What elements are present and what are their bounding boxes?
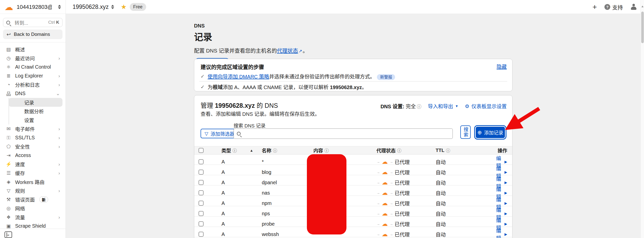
record-ttl: 自动 <box>431 220 491 228</box>
row-checkbox[interactable] <box>199 159 204 164</box>
row-checkbox[interactable] <box>199 180 204 185</box>
sidebar-item[interactable]: ⇥ Access <box>3 151 62 160</box>
dmarc-wizard-link[interactable]: 使用向导添加 DMARC 策略 <box>208 74 269 80</box>
column-header-proxy-status[interactable]: 代理状态ⓘ <box>371 147 431 154</box>
proxy-arrow-icon: → <box>390 180 393 184</box>
sidebar-item-label: 错误页面 <box>15 196 35 203</box>
sidebar-item[interactable]: ◔ 分析和日志 › <box>3 80 62 89</box>
cache-icon: ☰ <box>6 170 12 176</box>
sidebar-item[interactable]: ⚿ SSL/TLS › <box>3 133 62 142</box>
record-ttl: 自动 <box>431 158 491 166</box>
sidebar-item[interactable]: 记录 <box>9 98 62 107</box>
sidebar-item-label: 设置 <box>24 116 34 124</box>
sidebar-search-placeholder: 转到... <box>15 19 28 26</box>
log-explorer-icon: ≣ <box>6 73 12 79</box>
dns-record-row: A * → ☁ → 已代理 自动 编辑▶ <box>194 154 512 165</box>
zone-name: 19950628.xyz <box>73 4 109 10</box>
sidebar-item-label: 数据分析 <box>24 108 44 115</box>
profile-icon[interactable] <box>630 4 637 10</box>
sidebar-item[interactable]: 设置 <box>9 116 62 124</box>
select-all-checkbox[interactable] <box>199 148 204 153</box>
edit-arrow-icon: ▶ <box>504 211 507 216</box>
info-icon: ⓘ <box>397 147 401 153</box>
sidebar-item[interactable]: ◈ Workers 路由 <box>3 177 62 186</box>
sidebar-item[interactable]: ☰ 缓存 › <box>3 169 62 177</box>
row-checkbox[interactable] <box>199 201 204 206</box>
proxy-status-cell: → ☁ → 已代理 <box>371 179 431 186</box>
row-checkbox[interactable] <box>199 221 204 226</box>
support-menu[interactable]: ? 支持 <box>604 3 623 11</box>
scrollbar-thumb[interactable] <box>641 12 644 43</box>
proxied-cloud-icon: ☁ <box>382 221 388 227</box>
collapse-sidebar-button[interactable]: « <box>5 231 12 238</box>
hide-suggestions-link[interactable]: 隐藏 <box>497 63 507 70</box>
sidebar-item[interactable]: ⚒ 错误页面 新 <box>3 195 62 204</box>
favorite-star-icon[interactable]: ★ <box>121 3 126 11</box>
record-name: nas <box>257 190 308 196</box>
sidebar-item[interactable]: ❖ 流量 › <box>3 213 62 222</box>
record-name: blog <box>257 169 308 175</box>
account-select-caret-icon <box>58 5 61 9</box>
analytics-icon: ◔ <box>6 82 12 88</box>
proxy-status-label: 已代理 <box>395 158 410 166</box>
proxy-status-link[interactable]: 代理状态 <box>277 48 298 54</box>
proxy-arrow-icon: → <box>390 211 393 216</box>
sidebar-item[interactable]: ◷ 最近访问 › <box>3 54 62 63</box>
sidebar-search-input[interactable]: 转到... Ctrl K <box>3 18 62 27</box>
proxy-status-label: 已代理 <box>395 210 410 217</box>
sidebar-item[interactable]: ✉ 电子邮件 › <box>3 124 62 133</box>
proxy-status-label: 已代理 <box>395 220 410 228</box>
sidebar-item[interactable]: ▽ 规则 › <box>3 186 62 195</box>
column-header-ttl[interactable]: TTLⓘ <box>431 147 491 153</box>
sidebar-item-label: 记录 <box>24 99 34 106</box>
sidebar-item[interactable]: ⬠ 安全性 › <box>3 142 62 151</box>
column-header-content[interactable]: 内容ⓘ <box>308 147 371 154</box>
row-checkbox[interactable] <box>199 190 204 195</box>
sidebar-footer-divider <box>0 229 66 229</box>
sidebar-item[interactable]: ⚛ AI Crawl Control <box>3 63 62 71</box>
import-export-dropdown[interactable]: 导入和导出▼ <box>428 102 458 110</box>
network-icon: ◎ <box>6 205 12 211</box>
row-checkbox[interactable] <box>199 211 204 216</box>
edit-record-button[interactable]: 编辑▶ <box>496 227 507 238</box>
row-checkbox[interactable] <box>199 170 204 175</box>
sidebar-item[interactable]: 数据分析 <box>9 107 62 116</box>
search-button[interactable]: 搜索 <box>460 125 471 139</box>
edit-arrow-icon: ▶ <box>504 201 507 205</box>
sidebar-item[interactable]: ⚡ 速度 › <box>3 160 62 169</box>
sidebar-item[interactable]: 品 DNS ⌄ <box>3 89 62 98</box>
gear-icon: ⚙ <box>465 103 469 109</box>
sidebar-item[interactable]: ▤ 概述 <box>3 45 62 54</box>
suggestions-divider <box>199 81 507 82</box>
column-header-type[interactable]: 类型ⓘ ▲ <box>216 147 257 154</box>
dns-record-row: A nas → ☁ → 已代理 自动 编辑▶ <box>194 186 512 196</box>
proxy-arrow-icon: → <box>390 201 393 205</box>
sidebar-item[interactable]: ▣ Scrape Shield <box>3 222 62 229</box>
back-to-domains-button[interactable]: ↩ Back to Domains <box>3 30 62 39</box>
add-filter-button[interactable]: ▽ 添加筛选器 <box>201 129 239 138</box>
external-link-icon: ↗ <box>299 48 302 54</box>
top-bar: ☁ 1044192803@qq.co... 19950628.xyz ★ Fre… <box>0 0 644 14</box>
add-site-button[interactable]: + <box>592 3 597 11</box>
sidebar-item[interactable]: ≣ Log Explorer › <box>3 71 62 80</box>
traffic-icon: ❖ <box>6 214 12 220</box>
help-icon: ? <box>604 4 610 10</box>
record-type: A <box>216 180 257 186</box>
sidebar-item[interactable]: ◎ 网络 <box>3 204 62 213</box>
proxy-status-cell: → ☁ → 已代理 <box>371 200 431 207</box>
column-header-name[interactable]: 名称ⓘ <box>257 147 308 154</box>
dns-search-input[interactable] <box>243 131 449 137</box>
proxy-arrow-icon: → <box>376 232 380 236</box>
scrollbar-up-arrow[interactable] <box>641 6 643 7</box>
vertical-scrollbar[interactable] <box>640 0 644 238</box>
row-checkbox[interactable] <box>199 232 204 237</box>
chevron-icon: › <box>58 82 60 88</box>
plus-circle-icon: ⊕ <box>477 130 482 135</box>
zone-switcher[interactable]: 19950628.xyz ★ Free <box>73 0 146 14</box>
record-ttl: 自动 <box>431 179 491 186</box>
sidebar-item-label: 最近访问 <box>15 55 35 62</box>
account-switcher[interactable]: ☁ 1044192803@qq.co... <box>0 0 66 14</box>
rules-icon: ▽ <box>6 188 12 194</box>
sort-ascending-icon: ▲ <box>250 148 253 152</box>
record-type: A <box>216 221 257 227</box>
